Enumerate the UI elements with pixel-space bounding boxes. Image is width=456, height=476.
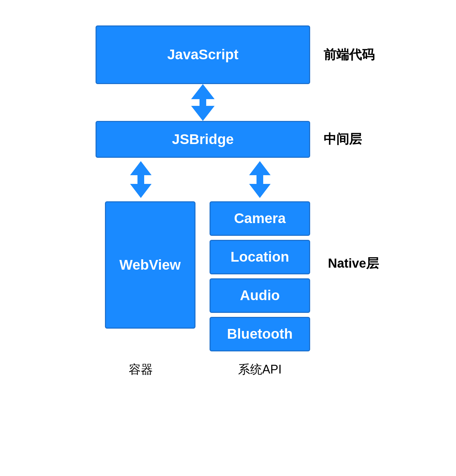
- middleware-label: 中间层: [324, 131, 362, 148]
- frontend-label: 前端代码: [324, 46, 375, 63]
- bottom-labels: 容器 系统API: [96, 361, 310, 378]
- arrow-js-jsbridge-icon: [188, 84, 218, 121]
- location-block: Location: [210, 240, 310, 274]
- jsbridge-label: JSBridge: [172, 131, 234, 147]
- native-stack: Camera Location Audio Bluetooth: [210, 201, 310, 351]
- camera-block: Camera: [210, 201, 310, 236]
- api-label: 系统API: [238, 362, 282, 376]
- container-label: 容器: [129, 362, 153, 376]
- location-label: Location: [231, 249, 289, 265]
- camera-label: Camera: [234, 210, 286, 226]
- diagram: JavaScript 前端代码 JSBridge 中间层: [77, 12, 379, 464]
- audio-block: Audio: [210, 278, 310, 313]
- webview-label: WebView: [119, 257, 181, 273]
- svg-marker-5: [249, 175, 271, 198]
- arrow-native-icon: [246, 161, 273, 198]
- javascript-label: JavaScript: [167, 47, 238, 63]
- bluetooth-label: Bluetooth: [227, 326, 293, 342]
- svg-marker-1: [191, 99, 215, 121]
- webview-block: WebView: [105, 201, 195, 329]
- audio-label: Audio: [240, 287, 280, 303]
- svg-marker-3: [130, 175, 152, 198]
- jsbridge-block: JSBridge: [96, 121, 310, 158]
- native-layer-label: Native层: [328, 255, 379, 272]
- arrow-webview-icon: [127, 161, 154, 198]
- bluetooth-block: Bluetooth: [210, 317, 310, 351]
- javascript-block: JavaScript: [96, 25, 310, 84]
